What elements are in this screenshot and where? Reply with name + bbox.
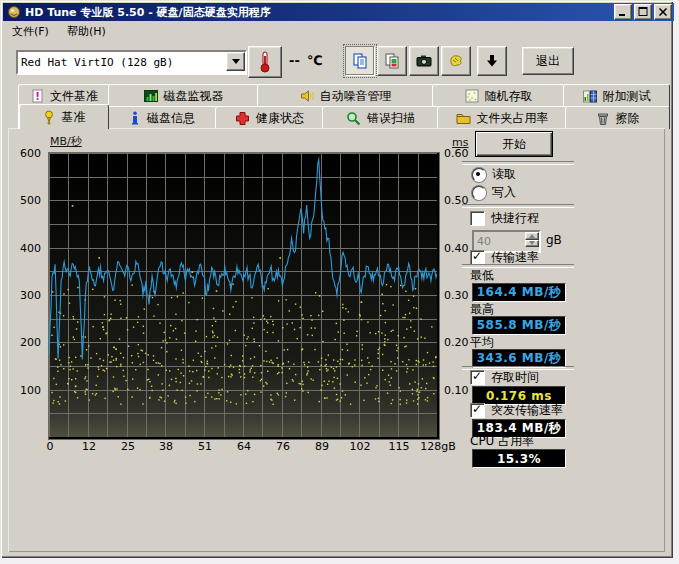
y-right-tick-label: 0.60: [444, 147, 469, 160]
tab-aam[interactable]: 自动噪音管理: [257, 84, 434, 108]
copy-image-icon: [384, 53, 400, 69]
start-button[interactable]: 开始: [475, 131, 553, 157]
tab-random-access[interactable]: 随机存取: [432, 84, 565, 108]
options-button[interactable]: [441, 46, 471, 76]
x-tick-label: 89: [315, 440, 329, 453]
close-icon: [657, 6, 669, 18]
copy-image-button[interactable]: [377, 46, 407, 76]
file-benchmark-icon: !: [30, 89, 44, 103]
access-time-label: 存取时间: [491, 369, 539, 386]
app-icon: [7, 5, 21, 19]
x-tick-label: 64: [237, 440, 251, 453]
short-stroke-checkbox[interactable]: 快捷行程: [470, 210, 539, 227]
write-radio-label: 写入: [492, 184, 516, 201]
tab-erase[interactable]: 擦除: [565, 106, 670, 129]
menu-file[interactable]: 文件(F): [3, 22, 58, 41]
maximize-button[interactable]: [634, 4, 652, 20]
drive-selector-dropdown-button[interactable]: [226, 52, 245, 71]
access-time-checkbox[interactable]: 存取时间: [470, 369, 539, 386]
menubar: 文件(F) 帮助(H): [3, 22, 670, 40]
x-tick-label: 12: [82, 440, 96, 453]
x-tick-label: 115: [389, 440, 410, 453]
x-tick-label: 51: [198, 440, 212, 453]
read-radio[interactable]: 读取: [472, 166, 516, 183]
benchmark-chart: [48, 152, 440, 440]
radio-icon: [472, 186, 486, 200]
tab-label: 文件夹占用率: [477, 110, 549, 127]
magnifier-icon: [346, 111, 361, 126]
folder-icon: [456, 111, 471, 125]
options-icon: [448, 53, 464, 69]
maximize-icon: [637, 6, 649, 18]
tab-label: 自动噪音管理: [320, 88, 392, 105]
arrow-up-icon: [529, 234, 535, 238]
tab-label: 健康状态: [256, 110, 304, 127]
y-right-tick-label: 0.10: [444, 384, 469, 397]
tab-label: 磁盘信息: [147, 110, 195, 127]
tab-label: 错误扫描: [367, 110, 415, 127]
extra-tests-icon: [583, 89, 597, 103]
menu-help[interactable]: 帮助(H): [58, 22, 115, 41]
y-right-tick-label: 0.40: [444, 242, 469, 255]
x-tick-label: 38: [159, 440, 173, 453]
tab-benchmark[interactable]: 基准: [18, 104, 109, 129]
camera-icon: [416, 53, 432, 69]
titlebar: HD Tune 专业版 5.50 - 硬盘/固态硬盘实用程序: [3, 3, 674, 21]
cpu-usage-value-box: 15.3%: [472, 449, 566, 468]
drive-selector[interactable]: Red Hat VirtIO (128 gB): [16, 50, 247, 75]
tab-label: 附加测试: [603, 88, 651, 105]
radio-icon: [472, 168, 486, 182]
checkbox-icon: [470, 403, 485, 418]
minimize-button[interactable]: [614, 4, 632, 20]
checkbox-icon: [470, 211, 485, 226]
tab-label: 基准: [62, 109, 86, 126]
tab-extra-tests[interactable]: 附加测试: [563, 84, 670, 108]
y-left-tick-label: 300: [20, 289, 41, 302]
y-left-tick-label: 600: [20, 147, 41, 160]
tab-health[interactable]: 健康状态: [215, 106, 324, 129]
max-value-box: 585.8 MB/秒: [472, 316, 566, 335]
x-tick-label: 25: [121, 440, 135, 453]
tab-disk-monitor[interactable]: 磁盘监视器: [108, 84, 259, 108]
y-left-tick-label: 100: [20, 384, 41, 397]
exit-button[interactable]: 退出: [522, 47, 574, 75]
checkbox-icon: [470, 370, 485, 385]
y-right-tick-label: 0.30: [444, 289, 469, 302]
tab-disk-info[interactable]: 磁盘信息: [107, 106, 217, 129]
screenshot-button[interactable]: [409, 46, 439, 76]
y-left-tick-label: 500: [20, 194, 41, 207]
y-left-tick-label: 400: [20, 242, 41, 255]
thermometer-icon: [256, 50, 274, 74]
y-left-tick-label: 200: [20, 336, 41, 349]
benchmark-icon: [42, 110, 56, 125]
temperature-unit: ℃: [307, 53, 323, 68]
separator: [462, 204, 574, 208]
cpu-usage-label: CPU 占用率: [470, 433, 534, 450]
tab-folder-usage[interactable]: 文件夹占用率: [437, 106, 567, 129]
x-axis-tick-labels: 012253851647689102115128gB: [49, 440, 439, 454]
spinner-up-button[interactable]: [525, 232, 539, 240]
min-label: 最低: [470, 267, 494, 284]
burst-rate-label: 突发传输速率: [491, 402, 563, 419]
info-icon: [129, 111, 141, 125]
write-radio[interactable]: 写入: [472, 184, 516, 201]
close-button[interactable]: [654, 4, 672, 20]
download-results-button[interactable]: [477, 46, 507, 76]
copy-text-button[interactable]: [345, 46, 375, 76]
random-access-icon: [465, 89, 479, 103]
separator: [462, 161, 574, 165]
y-left-axis-title: MB/秒: [50, 134, 82, 149]
svg-text:!: !: [35, 90, 40, 103]
x-tick-label: 76: [276, 440, 290, 453]
short-stroke-value: 40: [477, 235, 491, 248]
tab-error-scan[interactable]: 错误扫描: [322, 106, 439, 129]
x-tick-label: 102: [350, 440, 371, 453]
x-tick-label: 128gB: [420, 440, 456, 453]
temperature-button[interactable]: [248, 46, 282, 78]
spinner-down-button[interactable]: [525, 240, 539, 248]
tab-label: 磁盘监视器: [164, 88, 224, 105]
burst-rate-checkbox[interactable]: 突发传输速率: [470, 402, 563, 419]
arrow-down-icon: [484, 53, 500, 69]
arrow-down-icon: [529, 241, 535, 245]
speaker-icon: [300, 89, 314, 103]
